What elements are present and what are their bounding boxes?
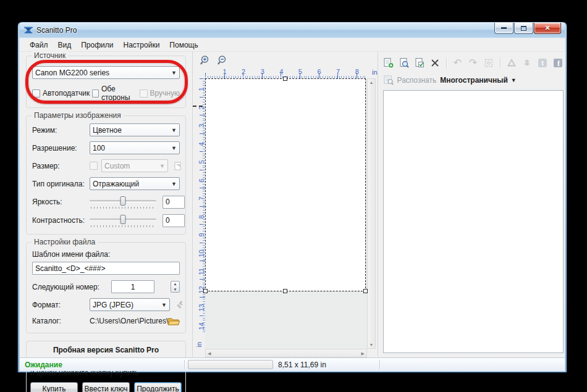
- menu-item[interactable]: Помощь: [164, 39, 203, 51]
- google-drive-icon: [506, 57, 517, 69]
- ruler-mark: 1: [208, 69, 227, 78]
- size-select: Custom ▼: [101, 159, 168, 172]
- folder-label: Каталог:: [32, 317, 90, 325]
- mode-select[interactable]: Цветное ▼: [90, 123, 180, 136]
- checkbox-icon: [32, 90, 40, 98]
- trial-title: Пробная версия Scanitto Pro: [30, 346, 182, 354]
- image-params-label: Параметры изображения: [32, 111, 124, 120]
- scroll-down-icon[interactable]: ▼: [370, 343, 374, 347]
- enter-key-button[interactable]: Ввести ключ: [82, 382, 130, 392]
- close-button[interactable]: ✕: [534, 23, 561, 34]
- source-group-label: Источник: [32, 51, 68, 60]
- source-group: Источник Canon MG2200 series ▼ Автоподат…: [26, 56, 186, 108]
- zoom-out-button[interactable]: [216, 54, 229, 67]
- scan-canvas[interactable]: [205, 78, 367, 349]
- spinner-up-icon[interactable]: ▲: [174, 282, 177, 286]
- vertical-scrollbar[interactable]: ▲ ▼: [367, 78, 376, 349]
- contrast-slider[interactable]: [90, 214, 156, 227]
- recognize-button[interactable]: Распознать: [383, 75, 437, 86]
- brightness-value-input[interactable]: [163, 196, 185, 209]
- resolution-select[interactable]: 100 ▼: [90, 141, 180, 154]
- selection-handle[interactable]: [203, 289, 208, 293]
- contrast-value-input[interactable]: [163, 214, 185, 227]
- multipage-dropdown[interactable]: Многостраничный ▼: [440, 76, 517, 85]
- format-select[interactable]: JPG (JPEG) ▼: [90, 298, 170, 311]
- scroll-up-icon[interactable]: ▲: [370, 80, 374, 85]
- duplex-checkbox[interactable]: Обе стороны: [92, 85, 137, 102]
- delete-page-icon[interactable]: [429, 57, 441, 69]
- scan-selection[interactable]: [205, 78, 366, 291]
- pages-list[interactable]: [383, 90, 564, 353]
- next-number-input[interactable]: [111, 280, 154, 293]
- ruler-mark: 7: [321, 69, 340, 78]
- app-window: Scanitto Pro ✕ ФайлВидПрофилиНастройкиПо…: [17, 22, 567, 373]
- menu-item[interactable]: Вид: [53, 39, 77, 51]
- filename-template-input[interactable]: [32, 262, 180, 275]
- add-page-icon[interactable]: [383, 57, 394, 69]
- view-page-icon[interactable]: [399, 57, 410, 69]
- scanner-select-value: Canon MG2200 series: [35, 69, 169, 77]
- redo-icon: ↷: [468, 57, 479, 69]
- app-icon: [23, 25, 33, 35]
- zoom-in-button[interactable]: [199, 54, 211, 67]
- ruler-mark: 14: [193, 317, 205, 336]
- chevron-down-icon: ▼: [171, 127, 177, 133]
- preview-panel: 12345678 in 1234567891011121314 in: [193, 52, 378, 357]
- minimize-button[interactable]: [494, 23, 513, 34]
- toolbar-separator: [446, 57, 447, 69]
- recognize-label: Распознать: [397, 76, 437, 85]
- file-settings-label: Настройки файла: [32, 238, 98, 246]
- browse-folder-icon[interactable]: [167, 316, 180, 326]
- maximize-button[interactable]: [514, 23, 533, 34]
- ruler-mark: 4: [264, 69, 284, 78]
- twitter-icon: t: [537, 57, 548, 69]
- brightness-slider[interactable]: [90, 195, 156, 209]
- selection-ruler-marker: [193, 106, 203, 107]
- selection-handle[interactable]: [283, 77, 287, 81]
- ruler-mark: 1: [193, 80, 205, 99]
- chevron-down-icon: ▼: [159, 163, 165, 169]
- selection-handle[interactable]: [283, 289, 287, 293]
- selection-handle[interactable]: [363, 289, 368, 293]
- contrast-label: Контрастность:: [32, 216, 90, 225]
- file-settings-group: Настройки файла Шаблон имени файла: След…: [26, 242, 186, 333]
- titlebar[interactable]: Scanitto Pro ✕: [20, 22, 565, 38]
- status-bar: Ожидание 8,51 x 11,69 in: [20, 357, 565, 371]
- ruler-mark: 8: [340, 69, 359, 78]
- toolbar-separator: [500, 57, 500, 69]
- format-label: Формат:: [32, 301, 90, 309]
- scroll-right-icon[interactable]: ▶: [361, 351, 365, 356]
- page-size-text: 8,51 x 11,69 in: [278, 361, 326, 369]
- ruler-mark: 2: [193, 99, 205, 117]
- checkbox-icon: [90, 162, 98, 170]
- manual-checkbox: Вручную: [140, 89, 180, 98]
- multipage-label: Многостраничный: [440, 76, 508, 85]
- menu-bar: ФайлВидПрофилиНастройкиПомощь: [20, 38, 565, 52]
- ruler-mark: 5: [193, 153, 205, 172]
- ruler-mark: 3: [245, 69, 264, 78]
- ruler-mark: 7: [193, 190, 205, 208]
- adf-checkbox[interactable]: Автоподатчик: [32, 89, 90, 98]
- slider-thumb[interactable]: [120, 215, 126, 224]
- dropbox-icon: [522, 57, 533, 69]
- spinner-down-icon[interactable]: ▼: [174, 288, 177, 291]
- window-title: Scanitto Pro: [36, 26, 77, 35]
- edit-page-icon[interactable]: [414, 57, 425, 69]
- original-type-select[interactable]: Отражающий ▼: [90, 177, 180, 190]
- number-spinner[interactable]: ▲ ▼: [171, 281, 180, 293]
- ruler-mark: 4: [193, 135, 205, 154]
- undo-icon: ↶: [452, 57, 463, 69]
- continue-button[interactable]: Продолжить: [134, 382, 182, 392]
- menu-item[interactable]: Файл: [25, 39, 53, 51]
- scanner-select[interactable]: Canon MG2200 series ▼: [32, 66, 180, 79]
- format-settings-wrench-icon[interactable]: [174, 299, 186, 311]
- ruler-unit: in: [195, 342, 203, 348]
- menu-item[interactable]: Профили: [76, 39, 118, 51]
- horizontal-scrollbar[interactable]: ◀ ▶: [205, 349, 367, 357]
- vertical-ruler: 1234567891011121314: [193, 78, 205, 333]
- chevron-down-icon: ▼: [171, 70, 177, 76]
- buy-button[interactable]: Купить: [30, 382, 78, 392]
- slider-thumb[interactable]: [120, 196, 126, 206]
- scroll-left-icon[interactable]: ◀: [208, 351, 211, 356]
- menu-item[interactable]: Настройки: [119, 39, 165, 51]
